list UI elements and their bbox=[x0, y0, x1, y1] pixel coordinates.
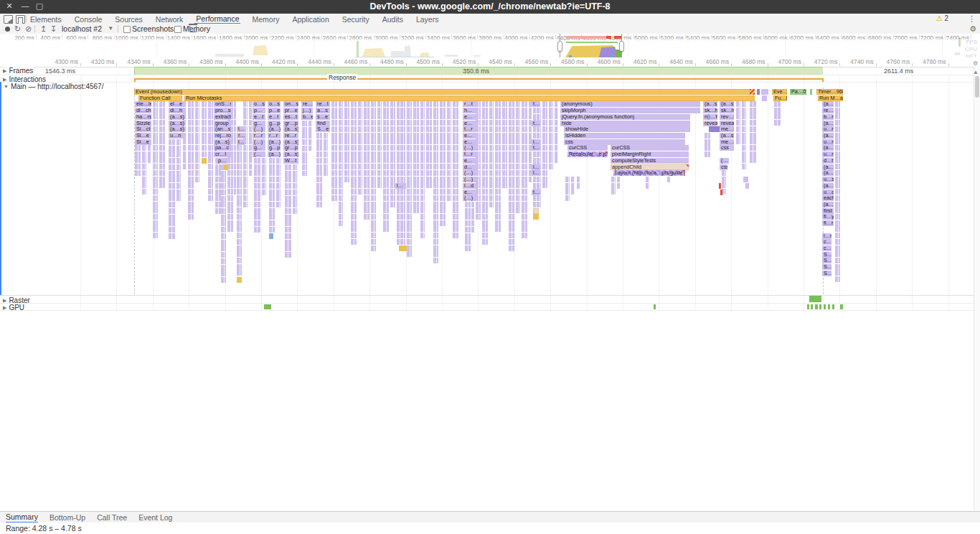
call-stack-texture[interactable] bbox=[176, 139, 181, 202]
gpu-activity-bar[interactable] bbox=[819, 304, 821, 309]
tab-performance[interactable]: Performance bbox=[194, 14, 240, 24]
chevron-right-icon[interactable]: ▶ bbox=[3, 305, 6, 310]
call-stack-texture[interactable] bbox=[611, 177, 616, 195]
flame-bar[interactable]: p… bbox=[217, 158, 227, 164]
profile-select[interactable]: localhost #2 bbox=[62, 24, 102, 33]
call-stack-texture[interactable] bbox=[135, 145, 141, 176]
flame-bar[interactable]: S… bbox=[822, 258, 831, 263]
flame-bar[interactable]: g… bbox=[253, 121, 265, 126]
flame-bar[interactable]: (a…) bbox=[822, 101, 834, 107]
call-stack-texture[interactable] bbox=[148, 145, 151, 163]
flame-bar[interactable]: sk…h bbox=[720, 108, 734, 113]
gpu-activity-bar[interactable] bbox=[832, 304, 834, 309]
flame-bar[interactable]: (a…s) bbox=[283, 151, 298, 157]
flame-bar[interactable]: es…t bbox=[283, 114, 298, 120]
call-stack-texture[interactable] bbox=[383, 101, 389, 232]
trash-icon[interactable] bbox=[189, 26, 197, 32]
flame-bar[interactable]: W…t bbox=[283, 158, 298, 164]
flame-bar[interactable]: S… bbox=[822, 264, 831, 270]
flame-bar[interactable]: (a…s) bbox=[720, 101, 734, 107]
flame-bar[interactable]: (a…) bbox=[822, 183, 834, 189]
flame-bar[interactable]: c… bbox=[822, 239, 831, 245]
call-stack-texture[interactable] bbox=[742, 101, 746, 169]
flame-bar[interactable]: hide bbox=[560, 121, 690, 126]
call-stack-texture[interactable] bbox=[254, 158, 260, 233]
vertical-scrollbar[interactable] bbox=[974, 66, 980, 511]
flame-bar[interactable]: Layout (http://loca…pts/guide.js:5719) bbox=[613, 170, 685, 176]
flame-bar[interactable]: h… bbox=[463, 108, 478, 113]
flame-bar[interactable]: g… bbox=[253, 145, 265, 151]
flame-bar[interactable]: gr…p bbox=[283, 145, 298, 151]
flame-bar[interactable]: ele…le bbox=[135, 101, 151, 107]
flame-bar[interactable]: d… bbox=[463, 164, 478, 170]
gpu-activity-bar[interactable] bbox=[840, 304, 843, 309]
flame-bar[interactable]: fi…y bbox=[822, 214, 834, 220]
gpu-activity-bar[interactable] bbox=[654, 304, 656, 309]
flame-bar[interactable]: re…nt bbox=[301, 101, 313, 107]
screenshots-label[interactable]: Screenshots bbox=[132, 24, 174, 33]
flame-bar[interactable]: e… bbox=[463, 139, 478, 145]
tab-layers[interactable]: Layers bbox=[415, 14, 440, 24]
call-stack-texture[interactable] bbox=[774, 101, 781, 126]
clear-icon[interactable]: ⊘ bbox=[25, 24, 32, 33]
flame-bar[interactable]: t… bbox=[532, 121, 540, 126]
flame-bar[interactable]: Run M…asks bbox=[818, 95, 843, 101]
call-stack-texture[interactable] bbox=[835, 101, 840, 282]
tab-application[interactable]: Application bbox=[291, 14, 330, 24]
flame-bar[interactable]: t…r bbox=[463, 151, 478, 157]
call-stack-texture[interactable] bbox=[516, 101, 520, 213]
flame-bar[interactable]: Event (mousedown) bbox=[134, 89, 755, 95]
call-stack-texture[interactable] bbox=[522, 101, 527, 238]
flame-bar[interactable]: l… bbox=[237, 139, 245, 145]
flame-bar[interactable]: b…e bbox=[301, 114, 313, 120]
flame-bar[interactable]: u…r bbox=[822, 126, 834, 132]
flame-bar[interactable]: isHidden bbox=[564, 133, 685, 139]
flame-bar[interactable]: (a…) bbox=[822, 133, 834, 139]
raster-activity-bar[interactable] bbox=[809, 296, 821, 302]
flame-bar[interactable]: reveal bbox=[720, 121, 734, 126]
flame-bar[interactable]: e…t bbox=[253, 114, 265, 120]
call-stack-texture[interactable] bbox=[316, 133, 322, 207]
flame-bar[interactable]: (…) bbox=[253, 126, 265, 132]
flame-bar[interactable]: l… bbox=[532, 164, 540, 170]
save-profile-icon[interactable]: ↧ bbox=[50, 24, 57, 33]
reload-icon[interactable]: ↻ bbox=[14, 24, 21, 33]
call-stack-texture[interactable] bbox=[351, 101, 357, 245]
call-stack-texture[interactable] bbox=[293, 164, 297, 214]
flame-bar[interactable]: Run Microtasks bbox=[184, 95, 755, 101]
call-stack-texture[interactable] bbox=[705, 133, 710, 157]
flame-bar[interactable]: css bbox=[720, 164, 727, 170]
gpu-activity-bar[interactable] bbox=[828, 304, 830, 309]
call-stack-texture[interactable] bbox=[736, 101, 740, 144]
call-stack-texture[interactable] bbox=[555, 101, 558, 164]
flame-bar[interactable]: e… bbox=[463, 133, 478, 139]
flame-bar[interactable]: o…s bbox=[253, 101, 265, 107]
call-stack-texture[interactable] bbox=[502, 101, 507, 188]
flame-mark[interactable] bbox=[399, 245, 407, 251]
flame-bar[interactable]: find bbox=[316, 121, 330, 126]
call-stack-texture[interactable] bbox=[509, 101, 514, 251]
flame-bar[interactable]: re…t bbox=[316, 101, 330, 107]
flame-bar[interactable]: cr…l bbox=[214, 151, 231, 157]
flame-bar[interactable]: fi…r bbox=[822, 220, 834, 226]
flame-bar[interactable]: Fu…ll bbox=[773, 95, 787, 101]
flame-bar[interactable]: e…t bbox=[268, 114, 281, 120]
flame-bar[interactable]: appendChild bbox=[611, 164, 689, 170]
flame-bar[interactable]: gr…p bbox=[283, 121, 298, 126]
flame-mark[interactable] bbox=[707, 114, 710, 120]
gpu-activity-bar[interactable] bbox=[811, 304, 813, 309]
call-stack-texture[interactable] bbox=[440, 101, 446, 226]
flame-mark[interactable] bbox=[743, 177, 748, 182]
screenshots-checkbox[interactable] bbox=[123, 26, 131, 33]
drawer-tab-summary[interactable]: Summary bbox=[6, 512, 38, 523]
call-stack-texture[interactable] bbox=[489, 101, 494, 207]
flame-bar[interactable]: g…p bbox=[268, 145, 281, 151]
flame-bar[interactable]: o…s bbox=[268, 101, 281, 107]
call-stack-texture[interactable] bbox=[371, 101, 376, 251]
flame-bar[interactable]: Sizzle bbox=[135, 121, 151, 126]
flame-bar[interactable] bbox=[810, 89, 812, 95]
flame-bar[interactable]: pixelMarginRight bbox=[611, 151, 689, 157]
flame-bar[interactable]: group bbox=[214, 121, 231, 126]
flame-bar[interactable]: Pa…0) bbox=[790, 89, 806, 95]
flame-chart-area[interactable]: 1546.3 ms 350.8 ms 2611.4 ms ▶Frames ▶In… bbox=[0, 66, 980, 511]
